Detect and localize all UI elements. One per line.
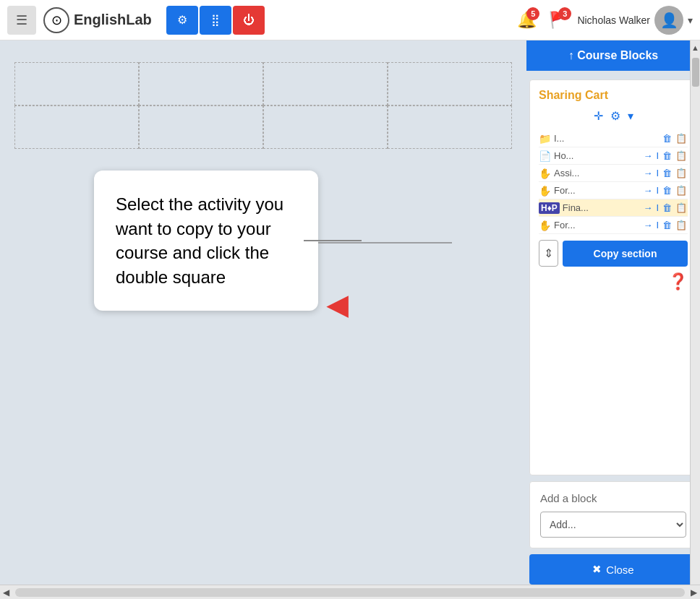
item-label: I...	[554, 133, 659, 144]
scrollbar-track	[15, 588, 685, 597]
forum2-icon: ✋	[539, 220, 551, 231]
navbar-right: 🔔 5 🚩 3 Nicholas Walker 👤 ▾	[513, 6, 693, 35]
doc-icon: 📄	[539, 150, 551, 162]
right-panel: ↑ Course Blocks Sharing Cart ✛ ⚙ ▾ 📁 I..…	[526, 40, 700, 585]
power-button[interactable]: ⏻	[233, 6, 265, 35]
copy-button[interactable]: 📋	[675, 184, 688, 197]
app-logo: ⊙ EnglishLab	[43, 7, 152, 33]
course-blocks-label: ↑ Course Blocks	[568, 49, 658, 62]
settings-button[interactable]: ⚙	[166, 6, 198, 35]
delete-button[interactable]: 🗑	[662, 184, 673, 197]
move-button[interactable]: I	[655, 202, 660, 214]
copy-button[interactable]: 📋	[675, 150, 688, 162]
sharing-cart-title: Sharing Cart	[539, 89, 688, 102]
dropdown-tool-button[interactable]: ▾	[626, 108, 635, 124]
hp-icon: H♦P	[539, 202, 560, 214]
course-cell	[388, 105, 512, 149]
scroll-up-button[interactable]: ▲	[688, 40, 700, 55]
delete-button[interactable]: 🗑	[662, 150, 673, 162]
folder-icon: 📁	[539, 133, 551, 145]
arrow-button[interactable]: →	[642, 167, 653, 179]
add-block-select[interactable]: Add... Activity results Admin bookmarks …	[540, 512, 686, 538]
copy-button[interactable]: 📋	[675, 219, 688, 231]
callout-box: Select the activity you want to copy to …	[94, 171, 318, 311]
course-cell	[139, 105, 263, 149]
copy-section-label: Copy section	[594, 248, 657, 259]
bell-notification[interactable]: 🔔 5	[513, 7, 539, 33]
user-profile[interactable]: Nicholas Walker 👤 ▾	[577, 6, 693, 35]
red-arrow-icon: ▶	[326, 288, 349, 321]
delete-button[interactable]: 🗑	[662, 219, 673, 231]
org-chart-button[interactable]: ⣿	[200, 6, 231, 35]
right-scrollbar: ▲ ▼	[690, 40, 700, 599]
logo-icon: ⊙	[43, 7, 69, 33]
scroll-thumb[interactable]	[692, 58, 699, 87]
copy-section-button[interactable]: Copy section	[563, 241, 688, 267]
move-icon-button[interactable]: ✛	[592, 108, 605, 124]
item-label: For...	[554, 185, 639, 196]
bell-badge: 5	[526, 7, 539, 20]
hamburger-icon: ☰	[16, 12, 27, 28]
bottom-scrollbar: ◀ ▶	[0, 585, 700, 599]
list-item: ✋ For... → I 🗑 📋	[539, 182, 688, 199]
course-cell	[139, 62, 263, 105]
course-blocks-button[interactable]: ↑ Course Blocks	[526, 40, 700, 71]
callout-text: Select the activity you want to copy to …	[116, 194, 283, 287]
app-name: EnglishLab	[74, 12, 152, 28]
close-button[interactable]: ✖ Close	[529, 554, 697, 585]
item-label: Assi...	[554, 168, 639, 178]
copy-button[interactable]: 📋	[675, 167, 688, 179]
close-label: Close	[606, 564, 633, 576]
course-cell	[14, 62, 139, 105]
item-actions: → I 🗑 📋	[642, 150, 688, 162]
item-label: Fina...	[563, 202, 640, 213]
copy-double-square-button[interactable]: 📋	[675, 202, 688, 214]
copy-button[interactable]: 📋	[675, 132, 688, 145]
power-icon: ⏻	[243, 14, 255, 27]
list-item: 📄 Ho... → I 🗑 📋	[539, 147, 688, 165]
arrow-button[interactable]: →	[642, 184, 653, 197]
course-grid	[14, 62, 512, 149]
scroll-right-button[interactable]: ▶	[688, 587, 700, 598]
gear-settings-button[interactable]: ⚙	[609, 108, 622, 124]
list-item: ✋ For... → I 🗑 📋	[539, 217, 688, 234]
item-label: Ho...	[554, 150, 639, 161]
course-cell	[263, 105, 388, 149]
add-block-panel: Add a block Add... Activity results Admi…	[529, 481, 697, 548]
user-name: Nicholas Walker	[577, 14, 650, 26]
close-x-icon: ✖	[592, 563, 602, 576]
forum-icon: ✋	[539, 185, 551, 197]
help-icon[interactable]: ❓	[668, 272, 688, 291]
move-button[interactable]: I	[655, 184, 660, 197]
flag-notification[interactable]: 🚩 3	[545, 7, 571, 33]
course-cell	[263, 62, 388, 105]
delete-button[interactable]: 🗑	[662, 132, 673, 145]
course-cell	[388, 62, 512, 105]
move-button[interactable]: I	[655, 167, 660, 179]
item-actions: → I 🗑 📋	[642, 202, 688, 214]
section-dropdown[interactable]: ⇕	[539, 240, 558, 267]
navbar: ☰ ⊙ EnglishLab ⚙ ⣿ ⏻ 🔔 5 🚩 3 Nicholas Wa…	[0, 0, 700, 40]
item-actions: → I 🗑 📋	[642, 184, 688, 197]
hamburger-button[interactable]: ☰	[7, 6, 36, 35]
content-area: Select the activity you want to copy to …	[0, 40, 526, 585]
dropdown-arrow-icon: ▾	[688, 14, 693, 26]
move-button[interactable]: I	[655, 150, 660, 162]
item-actions: → I 🗑 📋	[642, 167, 688, 179]
item-actions: 🗑 📋	[662, 132, 688, 145]
org-icon: ⣿	[211, 13, 220, 27]
arrow-button[interactable]: →	[642, 150, 653, 162]
copy-section-row: ⇕ Copy section	[539, 240, 688, 267]
arrow-button[interactable]: →	[642, 219, 653, 231]
list-item: ✋ Assi... → I 🗑 📋	[539, 165, 688, 182]
main-content: Select the activity you want to copy to …	[0, 40, 700, 585]
add-block-title: Add a block	[540, 492, 686, 504]
move-button[interactable]: I	[655, 219, 660, 231]
arrow-button[interactable]: →	[642, 202, 653, 214]
course-cell	[14, 105, 139, 149]
scroll-left-button[interactable]: ◀	[0, 587, 12, 598]
help-row: ❓	[539, 272, 688, 291]
delete-button[interactable]: 🗑	[662, 167, 673, 179]
delete-button[interactable]: 🗑	[662, 202, 673, 214]
sharing-cart-panel: Sharing Cart ✛ ⚙ ▾ 📁 I... 🗑 📋 📄 Ho...	[529, 79, 697, 475]
